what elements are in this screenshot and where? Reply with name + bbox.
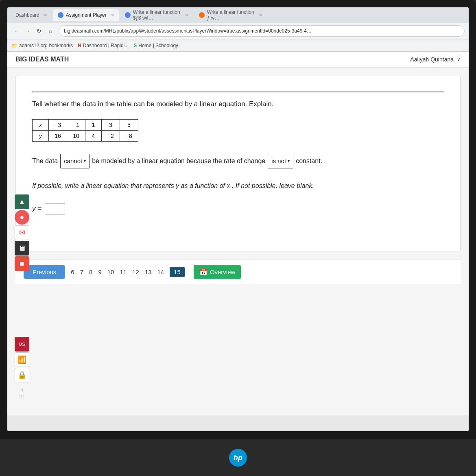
table-x2: −1 <box>67 119 85 130</box>
hp-logo: hp <box>229 449 247 467</box>
tab-assignment-label: Assignment Player <box>66 12 107 18</box>
tab-write-label1: Write a linear function $ƒ$ wit… <box>133 9 181 21</box>
page-7[interactable]: 7 <box>80 269 83 275</box>
tab-dashboard-label: Dashboard <box>15 12 39 18</box>
question-text: Tell whether the data in the table can b… <box>32 99 444 109</box>
cannot-dropdown[interactable]: cannot ▾ <box>60 154 90 168</box>
table-y5: −8 <box>120 130 138 141</box>
answer-middle: be modeled by a linear equation because … <box>92 155 265 168</box>
mail-icon[interactable]: ✉ <box>15 225 29 240</box>
circle-icon[interactable]: ● <box>15 210 29 225</box>
bookmark-adams12[interactable]: 📁 adams12.org bookmarks <box>11 43 73 48</box>
page-11[interactable]: 11 <box>120 269 127 275</box>
us-flag-icon[interactable]: US <box>15 337 29 352</box>
table-x3: 1 <box>85 119 101 130</box>
bookmark-schoology[interactable]: S Home | Schoology <box>133 43 178 48</box>
back-button[interactable]: ← <box>11 26 21 36</box>
laptop-bottom: hp <box>0 439 476 476</box>
reload-button[interactable]: ↻ <box>34 26 44 36</box>
second-prompt: If possible, write a linear equation tha… <box>32 181 444 191</box>
page-6[interactable]: 6 <box>71 269 74 275</box>
tab-write-close1[interactable]: ✕ <box>185 13 188 18</box>
tab-write-linear2[interactable]: Write a linear function ƒ w… ✕ <box>194 9 267 21</box>
isnot-dropdown[interactable]: is not ▾ <box>268 154 293 168</box>
page-15-active[interactable]: 15 <box>170 267 185 277</box>
overview-label: Overview <box>210 269 236 275</box>
site-logo: BIG IDEAS MATH <box>15 56 69 63</box>
forward-button[interactable]: → <box>23 26 33 36</box>
status-clock: 4 57 <box>15 387 29 399</box>
triangle-icon[interactable]: ▲ <box>15 194 29 209</box>
bookmark-schoology-label: Home | Schoology <box>138 43 178 48</box>
tab-write-label2: Write a linear function ƒ w… <box>207 9 255 21</box>
sidebar-icons: ▲ ● ✉ 🖥 ■ <box>15 194 29 271</box>
dropdown2-arrow-icon: ▾ <box>288 157 290 165</box>
tab-orange-icon <box>199 12 205 18</box>
table-y-label: y <box>33 130 49 141</box>
table-x-label: x <box>33 119 49 130</box>
question-container: Tell whether the data in the table can b… <box>15 76 461 251</box>
table-x5: 5 <box>120 119 138 130</box>
url-input[interactable]: bigideasmath.com/MRL/public/app/#/studen… <box>59 25 465 37</box>
tab-google-icon <box>125 12 131 18</box>
page-14[interactable]: 14 <box>157 269 164 275</box>
calendar-icon: 📅 <box>199 268 207 276</box>
data-table: x −3 −1 1 3 5 y 16 10 4 −2 −8 <box>32 119 138 142</box>
bookmarks-bar: 📁 adams12.org bookmarks N Dashboard | Ra… <box>7 39 469 51</box>
page-10[interactable]: 10 <box>107 269 114 275</box>
table-x4: 3 <box>101 119 120 130</box>
overview-button[interactable]: 📅 Overview <box>194 265 241 279</box>
bookmark-s-icon: S <box>133 43 137 48</box>
home-button[interactable]: ⌂ <box>46 26 55 36</box>
cannot-value: cannot <box>64 155 82 167</box>
page-content: BIG IDEAS MATH Aaliyah Quintana ∨ Tell w… <box>7 52 469 415</box>
clock-hour: 4 <box>15 387 29 393</box>
address-bar: ← → ↻ ⌂ bigideasmath.com/MRL/public/app/… <box>7 23 469 39</box>
y-input[interactable] <box>45 203 65 214</box>
previous-button[interactable]: Previous <box>24 265 65 279</box>
user-info[interactable]: Aaliyah Quintana ∨ <box>410 56 461 63</box>
tab-dashboard-close[interactable]: ✕ <box>44 13 47 18</box>
bookmark-adams12-label: adams12.org bookmarks <box>19 43 73 48</box>
tab-assignment-icon <box>58 12 63 18</box>
answer-prefix: The data <box>32 155 58 168</box>
dropdown1-arrow-icon: ▾ <box>84 157 86 165</box>
tab-assignment-close[interactable]: ✕ <box>111 13 114 18</box>
tab-assignment-player[interactable]: Assignment Player ✕ <box>53 9 119 21</box>
tab-dashboard[interactable]: Dashboard ✕ <box>11 9 52 21</box>
isnot-value: is not <box>271 155 286 167</box>
tab-write-linear1[interactable]: Write a linear function $ƒ$ wit… ✕ <box>120 9 193 21</box>
screen-icon[interactable]: 🖥 <box>15 241 29 255</box>
table-y2: 10 <box>67 130 85 141</box>
page-12[interactable]: 12 <box>132 269 139 275</box>
red-icon[interactable]: ■ <box>15 256 29 271</box>
tab-write-close2[interactable]: ✕ <box>259 13 262 18</box>
url-text: bigideasmath.com/MRL/public/app/#/studen… <box>64 28 312 34</box>
tab-bar: Dashboard ✕ Assignment Player ✕ Write a … <box>7 7 469 23</box>
table-y4: −2 <box>101 130 120 141</box>
table-x1: −3 <box>49 119 67 130</box>
answer-line: The data cannot ▾ be modeled by a linear… <box>32 154 444 168</box>
bookmark-dashboard[interactable]: N Dashboard | Rapidl... <box>78 43 129 48</box>
bookmark-n-icon: N <box>78 43 81 48</box>
separator <box>32 92 444 92</box>
username: Aaliyah Quintana <box>410 56 454 63</box>
pagination-bar: Previous 6 7 8 9 10 11 12 13 14 15 📅 Ove… <box>15 260 461 284</box>
y-equals-line: y = <box>32 203 444 214</box>
answer-suffix: constant. <box>296 155 322 168</box>
chevron-down-icon: ∨ <box>457 57 461 62</box>
clock-minute: 57 <box>15 393 29 399</box>
y-label: y = <box>32 205 41 213</box>
table-y3: 4 <box>85 130 101 141</box>
page-13[interactable]: 13 <box>145 269 152 275</box>
bottom-sidebar-icons: US 📶 🔒 <box>15 337 29 382</box>
bookmark-folder-icon: 📁 <box>11 43 17 48</box>
page-9[interactable]: 9 <box>98 269 101 275</box>
bookmark-dashboard-label: Dashboard | Rapidl... <box>83 43 129 48</box>
table-y1: 16 <box>49 130 67 141</box>
cursor-area <box>32 223 444 239</box>
wifi-icon[interactable]: 📶 <box>15 352 29 367</box>
page-8[interactable]: 8 <box>89 269 92 275</box>
lock-icon[interactable]: 🔒 <box>15 368 29 382</box>
site-header: BIG IDEAS MATH Aaliyah Quintana ∨ <box>7 52 469 68</box>
